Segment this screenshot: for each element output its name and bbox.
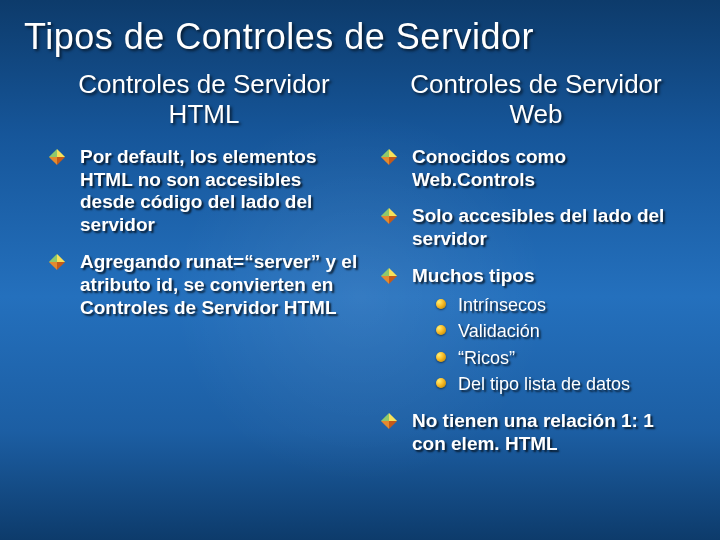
list-item-text: Muchos tipos (412, 265, 534, 286)
sub-list-item: Del tipo lista de datos (436, 373, 692, 396)
sub-list-item-text: Validación (458, 321, 540, 341)
list-item: Agregando runat=“server” y el atributo i… (48, 251, 360, 319)
diamond-bullet-icon (48, 148, 66, 166)
right-column: Controles de Servidor Web Conocidos como… (380, 70, 692, 469)
list-item: No tienen una relación 1: 1 con elem. HT… (380, 410, 692, 456)
diamond-bullet-icon (380, 148, 398, 166)
dot-bullet-icon (436, 378, 446, 388)
dot-bullet-icon (436, 352, 446, 362)
diamond-bullet-icon (380, 207, 398, 225)
list-item-text: Agregando runat=“server” y el atributo i… (80, 251, 357, 318)
right-list: Conocidos como Web.ControlsSolo accesibl… (380, 146, 692, 456)
dot-bullet-icon (436, 299, 446, 309)
slide: Tipos de Controles de Servidor Controles… (0, 0, 720, 540)
sub-list-item-text: “Ricos” (458, 348, 515, 368)
left-column-heading: Controles de Servidor HTML (48, 70, 360, 130)
diamond-bullet-icon (380, 267, 398, 285)
list-item: Solo accesibles del lado del servidor (380, 205, 692, 251)
list-item: Conocidos como Web.Controls (380, 146, 692, 192)
list-item: Por default, los elementos HTML no son a… (48, 146, 360, 237)
sub-list-item: Validación (436, 320, 692, 343)
left-list: Por default, los elementos HTML no son a… (48, 146, 360, 320)
sub-list-item: Intrínsecos (436, 294, 692, 317)
sub-list: IntrínsecosValidación“Ricos”Del tipo lis… (412, 294, 692, 396)
list-item-text: Conocidos como Web.Controls (412, 146, 566, 190)
right-column-heading: Controles de Servidor Web (380, 70, 692, 130)
diamond-bullet-icon (380, 412, 398, 430)
sub-list-item: “Ricos” (436, 347, 692, 370)
sub-list-item-text: Del tipo lista de datos (458, 374, 630, 394)
list-item-text: Por default, los elementos HTML no son a… (80, 146, 317, 235)
sub-list-item-text: Intrínsecos (458, 295, 546, 315)
diamond-bullet-icon (48, 253, 66, 271)
columns: Controles de Servidor HTML Por default, … (0, 58, 720, 469)
slide-title: Tipos de Controles de Servidor (0, 0, 720, 58)
list-item-text: Solo accesibles del lado del servidor (412, 205, 664, 249)
list-item-text: No tienen una relación 1: 1 con elem. HT… (412, 410, 654, 454)
left-column: Controles de Servidor HTML Por default, … (48, 70, 360, 469)
dot-bullet-icon (436, 325, 446, 335)
list-item: Muchos tiposIntrínsecosValidación“Ricos”… (380, 265, 692, 396)
